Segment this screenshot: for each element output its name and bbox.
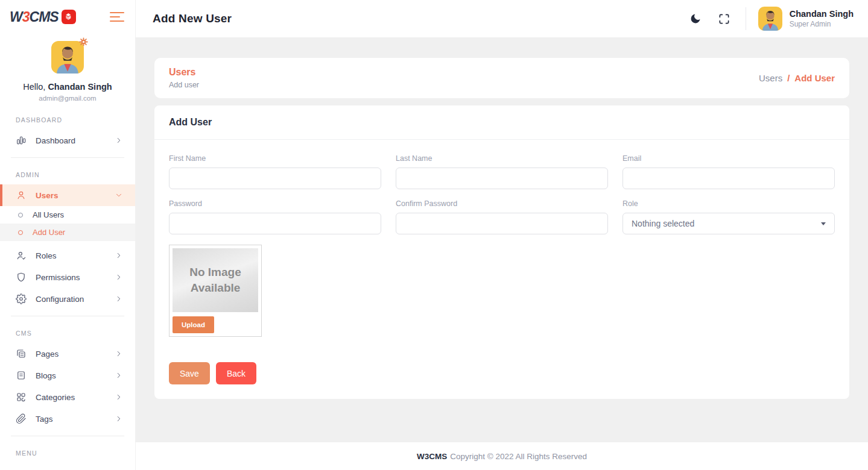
footer-brand: W3CMS xyxy=(417,452,447,461)
field-last-name: Last Name xyxy=(396,154,608,189)
field-role: Role Nothing selected xyxy=(622,199,835,234)
user-check-icon xyxy=(16,250,27,261)
role-label: Role xyxy=(622,199,835,208)
bullet-icon xyxy=(18,230,23,235)
grid-icon xyxy=(16,392,27,403)
field-confirm-password: Confirm Password xyxy=(396,199,608,234)
field-email: Email xyxy=(622,154,835,189)
sidebar-item-pages[interactable]: Pages xyxy=(0,343,135,365)
chevron-right-icon xyxy=(115,393,123,401)
profile-name: Chandan Singh xyxy=(48,82,112,92)
section-label-cms: CMS xyxy=(0,322,135,343)
breadcrumb-card-subtitle: Add user xyxy=(169,81,199,89)
hamburger-menu-icon[interactable] xyxy=(110,9,124,25)
app-logo-text: W3CMS xyxy=(10,9,59,25)
form-card-body: First Name Last Name Email Password xyxy=(154,140,849,399)
footer: W3CMS Copyright © 2022 All Rights Reserv… xyxy=(136,442,868,470)
profile-greeting: Hello, Chandan Singh xyxy=(0,82,135,92)
content-area: Users Add user Users / Add User Add User… xyxy=(136,37,868,442)
fullscreen-icon[interactable] xyxy=(718,12,731,25)
divider xyxy=(11,157,124,158)
last-name-label: Last Name xyxy=(396,154,608,163)
upload-button[interactable]: Upload xyxy=(173,316,214,333)
field-password: Password xyxy=(169,199,381,234)
email-label: Email xyxy=(622,154,835,163)
save-button[interactable]: Save xyxy=(169,362,210,384)
form-card-header: Add User xyxy=(154,105,849,140)
password-label: Password xyxy=(169,199,381,208)
sidebar: W3CMS Hello, Chandan Singh admin@gmail.c… xyxy=(0,0,136,470)
chevron-right-icon xyxy=(115,349,123,358)
chevron-right-icon xyxy=(115,273,123,281)
divider xyxy=(11,316,124,316)
app-logo[interactable]: W3CMS xyxy=(10,9,76,25)
first-name-label: First Name xyxy=(169,154,381,163)
sidebar-item-tags[interactable]: Tags xyxy=(0,408,135,430)
pages-icon xyxy=(16,348,27,359)
chevron-right-icon xyxy=(115,251,123,260)
paperclip-icon xyxy=(16,413,27,424)
chevron-right-icon xyxy=(115,136,123,145)
form-card-title: Add User xyxy=(169,117,212,127)
footer-text: Copyright © 2022 All Rights Reserved xyxy=(450,452,587,461)
no-image-placeholder: No Image Available xyxy=(173,248,258,312)
sidebar-logo-row: W3CMS xyxy=(0,0,135,34)
bullet-icon xyxy=(18,213,23,218)
section-label-dashboard: DASHBOARD xyxy=(0,102,135,130)
last-name-input[interactable] xyxy=(396,168,608,189)
divider xyxy=(746,7,746,30)
sidebar-profile: Hello, Chandan Singh admin@gmail.com xyxy=(0,34,135,102)
sidebar-item-roles[interactable]: Roles xyxy=(0,245,135,266)
first-name-input[interactable] xyxy=(169,168,381,189)
breadcrumb-separator: / xyxy=(787,73,790,83)
sidebar-subitem-add-user[interactable]: Add User xyxy=(0,224,135,241)
bar-chart-icon xyxy=(16,135,27,146)
avatar xyxy=(758,7,782,31)
password-input[interactable] xyxy=(169,213,381,234)
role-select-value: Nothing selected xyxy=(632,219,694,228)
shield-icon xyxy=(16,272,27,283)
image-upload-box: No Image Available Upload xyxy=(169,245,262,337)
sidebar-item-users[interactable]: Users xyxy=(0,184,135,206)
back-button[interactable]: Back xyxy=(216,362,256,384)
sidebar-subitem-all-users[interactable]: All Users xyxy=(0,206,135,224)
breadcrumb-current: Add User xyxy=(794,73,835,83)
section-label-admin: ADMIN xyxy=(0,164,135,184)
sidebar-item-blogs[interactable]: Blogs xyxy=(0,365,135,386)
form-actions: Save Back xyxy=(169,362,835,384)
profile-settings-gear-icon[interactable] xyxy=(78,37,89,49)
sidebar-item-dashboard[interactable]: Dashboard xyxy=(0,130,135,151)
breadcrumb-card: Users Add user Users / Add User xyxy=(154,58,849,98)
dark-mode-moon-icon[interactable] xyxy=(689,12,702,25)
topbar-user-name: Chandan Singh xyxy=(790,9,854,19)
confirm-password-label: Confirm Password xyxy=(396,199,608,208)
add-user-form-card: Add User First Name Last Name Email xyxy=(154,105,849,399)
field-first-name: First Name xyxy=(169,154,381,189)
page-title: Add New User xyxy=(153,12,232,25)
document-icon xyxy=(16,370,27,381)
caret-down-icon xyxy=(821,222,826,225)
topbar: Add New User Chandan Singh Super Admin xyxy=(136,0,868,37)
breadcrumb-card-title: Users xyxy=(169,67,199,78)
profile-email: admin@gmail.com xyxy=(0,95,135,102)
chevron-right-icon xyxy=(115,295,123,303)
user-icon xyxy=(16,190,27,201)
chevron-right-icon xyxy=(115,371,123,380)
divider xyxy=(11,436,124,436)
role-select[interactable]: Nothing selected xyxy=(622,213,835,234)
laravel-logo-icon xyxy=(62,10,76,24)
topbar-user-role: Super Admin xyxy=(790,20,854,28)
chevron-right-icon xyxy=(115,415,123,423)
topbar-user-menu[interactable]: Chandan Singh Super Admin xyxy=(758,7,854,31)
breadcrumb-link-users[interactable]: Users xyxy=(759,73,782,83)
gear-icon xyxy=(16,293,27,304)
confirm-password-input[interactable] xyxy=(396,213,608,234)
sidebar-item-permissions[interactable]: Permissions xyxy=(0,266,135,288)
main-column: Add New User Chandan Singh Super Admin xyxy=(136,0,868,470)
sidebar-item-configuration[interactable]: Configuration xyxy=(0,288,135,310)
email-input[interactable] xyxy=(622,168,835,189)
chevron-down-icon xyxy=(115,191,123,199)
breadcrumb: Users / Add User xyxy=(759,73,835,83)
section-label-menu: MENU xyxy=(0,442,135,463)
sidebar-item-categories[interactable]: Categories xyxy=(0,386,135,408)
